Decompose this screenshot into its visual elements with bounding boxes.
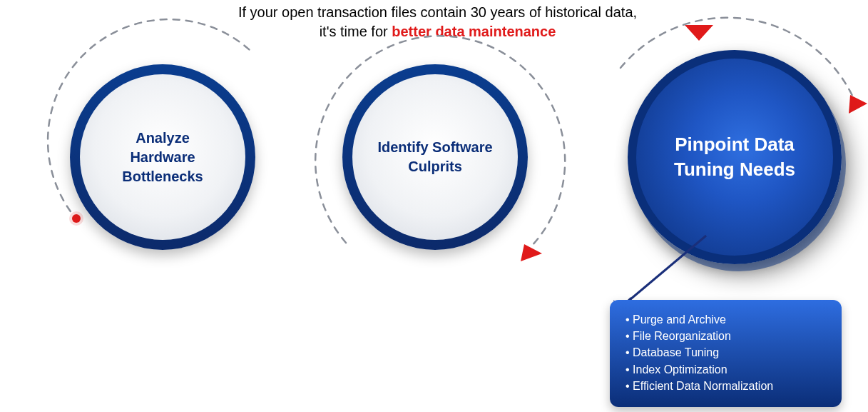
svg-marker-2 (849, 95, 867, 114)
diagram-stage: If your open transaction files contain 3… (0, 0, 868, 412)
node-label: Identify Software Culprits (374, 138, 496, 176)
panel-item: File Reorganization (626, 328, 827, 344)
step-node-pinpoint-data-tuning: Pinpoint Data Tuning Needs (628, 50, 842, 264)
panel-item: Purge and Archive (626, 311, 827, 328)
node-inner: Pinpoint Data Tuning Needs (628, 50, 842, 264)
headline-line2-emphasis: better data maintenance (392, 24, 556, 39)
panel-item: Efficient Data Normalization (626, 378, 827, 394)
node-label: Analyze Hardware Bottlenecks (101, 129, 224, 186)
headline-line1: If your open transaction files contain 3… (238, 4, 637, 20)
details-panel: Purge and Archive File Reorganization Da… (610, 300, 842, 407)
node-inner: Identify Software Culprits (352, 74, 518, 240)
panel-item: Database Tuning (626, 344, 827, 361)
step-node-identify-software: Identify Software Culprits (342, 64, 528, 250)
svg-marker-0 (521, 244, 542, 261)
step-node-analyze-hardware: Analyze Hardware Bottlenecks (70, 64, 255, 250)
node-inner: Analyze Hardware Bottlenecks (80, 74, 245, 240)
node-label: Pinpoint Data Tuning Needs (658, 132, 812, 182)
orbit-dot-1 (72, 214, 81, 223)
headline: If your open transaction files contain 3… (0, 3, 854, 41)
headline-line2-prefix: it's time for (320, 24, 392, 39)
panel-item: Index Optimization (626, 361, 827, 378)
